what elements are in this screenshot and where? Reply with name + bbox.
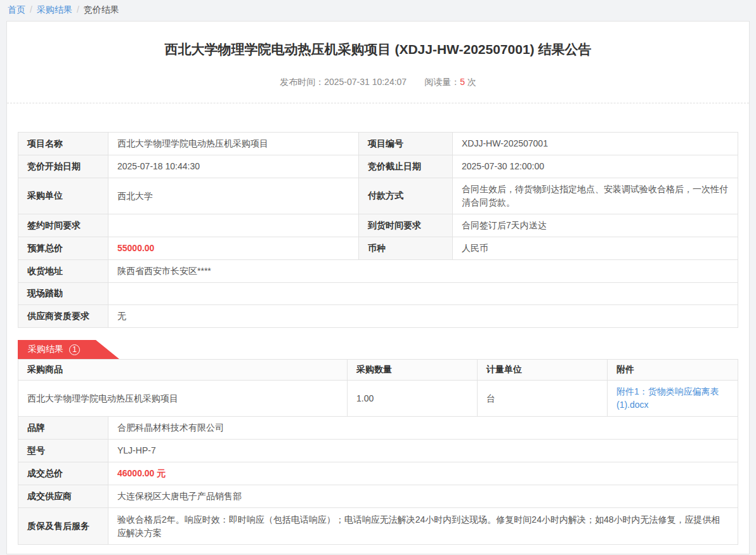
model-value: YLJ-HP-7 xyxy=(108,440,738,462)
attachment-cell: 附件1：货物类响应偏离表(1).docx xyxy=(608,381,738,417)
product-name: 西北大学物理学院电动热压机采购项目 xyxy=(18,381,348,417)
info-value: 合同签订后7天内送达 xyxy=(453,214,738,237)
info-label: 付款方式 xyxy=(359,178,453,214)
breadcrumb-purchase-results-link[interactable]: 采购结果 xyxy=(37,4,72,15)
column-header: 附件 xyxy=(608,360,738,381)
table-row: 品牌 合肥科晶材料技术有限公司 xyxy=(18,417,738,440)
table-row: 成交供应商 大连保税区大唐电子产品销售部 xyxy=(18,485,738,508)
purchase-result-count-badge: 1 xyxy=(69,344,80,355)
info-value: 西北大学 xyxy=(108,178,359,214)
result-detail-table: 品牌 合肥科晶材料技术有限公司 型号 YLJ-HP-7 成交总价 46000.0… xyxy=(18,416,738,545)
detail-label: 成交供应商 xyxy=(18,485,108,508)
product-unit: 台 xyxy=(478,381,608,417)
budget-total-value: 55000.00 xyxy=(108,237,359,260)
breadcrumb-home-link[interactable]: 首页 xyxy=(8,4,25,15)
table-row: 成交总价 46000.00 元 xyxy=(18,462,738,485)
info-label: 项目编号 xyxy=(359,133,453,155)
info-label: 币种 xyxy=(359,237,453,260)
publish-meta: 发布时间：2025-07-31 10:24:07阅读量：5 次 xyxy=(7,77,749,88)
info-value xyxy=(108,283,738,305)
info-label: 项目名称 xyxy=(18,133,108,155)
purchase-result-badge: 采购结果 1 xyxy=(18,340,119,359)
info-label: 到货时间要求 xyxy=(359,214,453,237)
content-area: 项目名称 西北大学物理学院电动热压机采购项目 项目编号 XDJJ-HW-2025… xyxy=(7,132,749,545)
table-row: 采购单位 西北大学 付款方式 合同生效后，待货物到达指定地点、安装调试验收合格后… xyxy=(18,178,738,214)
breadcrumb: 首页/采购结果/竞价结果 xyxy=(0,0,756,21)
info-label: 供应商资质要求 xyxy=(18,305,108,328)
info-label: 竞价截止日期 xyxy=(359,155,453,178)
product-row: 西北大学物理学院电动热压机采购项目 1.00 台 附件1：货物类响应偏离表(1)… xyxy=(18,381,738,417)
views-unit: 次 xyxy=(467,77,476,87)
divider xyxy=(7,103,749,103)
info-value: 人民币 xyxy=(453,237,738,260)
table-row: 现场踏勘 xyxy=(18,283,738,305)
table-row: 质保及售后服务 验收合格后2年。响应时效：即时响应（包括电话响应）；电话响应无法… xyxy=(18,508,738,545)
info-value: XDJJ-HW-202507001 xyxy=(453,133,738,155)
info-label: 采购单位 xyxy=(18,178,108,214)
result-table: 采购商品 采购数量 计量单位 附件 西北大学物理学院电动热压机采购项目 1.00… xyxy=(18,359,738,417)
info-value: 2025-07-30 12:00:00 xyxy=(453,155,738,178)
info-label: 收货地址 xyxy=(18,260,108,283)
publish-time-label: 发布时间： xyxy=(280,77,324,87)
detail-label: 型号 xyxy=(18,440,108,462)
info-value: 西北大学物理学院电动热压机采购项目 xyxy=(108,133,359,155)
views-count: 5 xyxy=(460,77,465,87)
views-label: 阅读量： xyxy=(424,77,460,87)
table-row: 签约时间要求 到货时间要求 合同签订后7天内送达 xyxy=(18,214,738,237)
brand-value: 合肥科晶材料技术有限公司 xyxy=(108,417,738,440)
breadcrumb-separator: / xyxy=(77,4,79,15)
purchase-result-badge-label: 采购结果 xyxy=(28,344,63,355)
info-label: 竞价开始日期 xyxy=(18,155,108,178)
publish-time-value: 2025-07-31 10:24:07 xyxy=(324,77,407,87)
column-header: 采购数量 xyxy=(348,360,478,381)
breadcrumb-current: 竞价结果 xyxy=(84,4,119,15)
warranty-service-value: 验收合格后2年。响应时效：即时响应（包括电话响应）；电话响应无法解决24小时内到… xyxy=(108,508,738,545)
table-row: 型号 YLJ-HP-7 xyxy=(18,440,738,462)
column-header: 采购商品 xyxy=(18,360,348,381)
announcement-card: 西北大学物理学院电动热压机采购项目 (XDJJ-HW-202507001) 结果… xyxy=(6,21,750,554)
info-value xyxy=(108,214,359,237)
table-row: 竞价开始日期 2025-07-18 10:44:30 竞价截止日期 2025-0… xyxy=(18,155,738,178)
info-value: 合同生效后，待货物到达指定地点、安装调试验收合格后，一次性付清合同货款。 xyxy=(453,178,738,214)
info-value: 陕西省西安市长安区**** xyxy=(108,260,738,283)
info-value: 无 xyxy=(108,305,738,328)
detail-label: 成交总价 xyxy=(18,462,108,485)
product-quantity: 1.00 xyxy=(348,381,478,417)
table-row: 收货地址 陕西省西安市长安区**** xyxy=(18,260,738,283)
detail-label: 品牌 xyxy=(18,417,108,440)
table-row: 项目名称 西北大学物理学院电动热压机采购项目 项目编号 XDJJ-HW-2025… xyxy=(18,133,738,155)
deal-total-price-value: 46000.00 元 xyxy=(108,462,738,485)
breadcrumb-separator: / xyxy=(30,4,32,15)
page-title: 西北大学物理学院电动热压机采购项目 (XDJJ-HW-202507001) 结果… xyxy=(32,41,724,58)
info-label: 预算总价 xyxy=(18,237,108,260)
table-row: 供应商资质要求 无 xyxy=(18,305,738,328)
info-value: 2025-07-18 10:44:30 xyxy=(108,155,359,178)
project-info-table: 项目名称 西北大学物理学院电动热压机采购项目 项目编号 XDJJ-HW-2025… xyxy=(18,132,738,328)
column-header: 计量单位 xyxy=(478,360,608,381)
info-label: 现场踏勘 xyxy=(18,283,108,305)
info-label: 签约时间要求 xyxy=(18,214,108,237)
detail-label: 质保及售后服务 xyxy=(18,508,108,545)
result-table-header-row: 采购商品 采购数量 计量单位 附件 xyxy=(18,360,738,381)
attachment-link[interactable]: 附件1：货物类响应偏离表(1).docx xyxy=(616,386,719,410)
table-row: 预算总价 55000.00 币种 人民币 xyxy=(18,237,738,260)
winning-supplier-value: 大连保税区大唐电子产品销售部 xyxy=(108,485,738,508)
